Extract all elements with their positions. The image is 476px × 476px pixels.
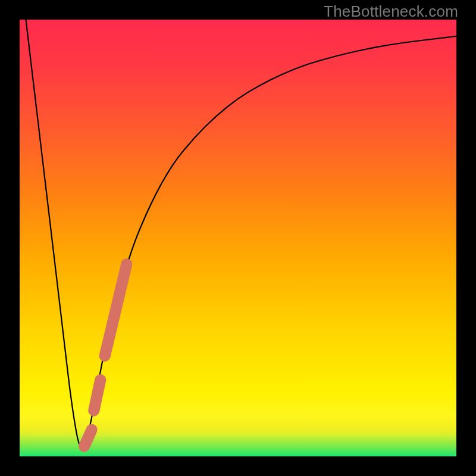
chart-svg — [20, 20, 456, 456]
salmon-marker-mid — [94, 380, 101, 411]
plot-area — [20, 20, 456, 456]
watermark-text: TheBottleneck.com — [324, 2, 458, 21]
gradient-background — [20, 20, 456, 456]
chart-frame: TheBottleneck.com — [0, 0, 476, 476]
salmon-marker-dot — [84, 430, 92, 446]
